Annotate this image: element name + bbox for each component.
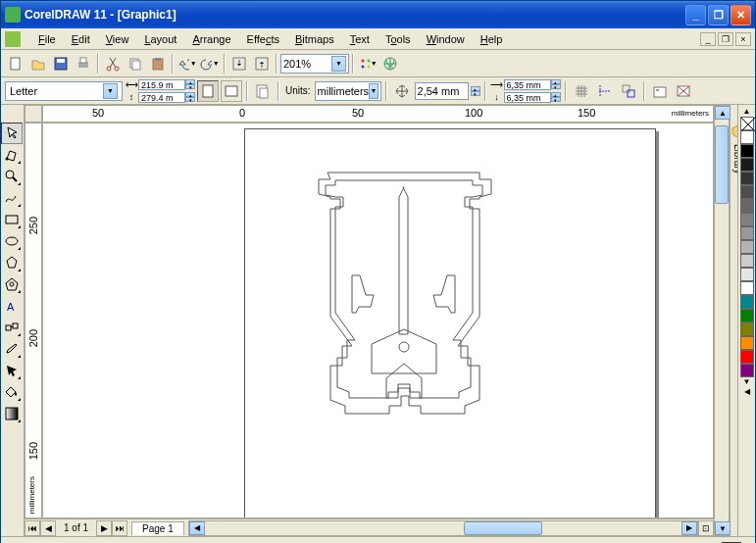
prev-page-button[interactable]: ◀	[40, 520, 56, 536]
color-swatch[interactable]	[740, 268, 754, 281]
page-width-input[interactable]: 215.9 m	[138, 79, 185, 90]
color-swatch[interactable]	[740, 226, 754, 240]
page-height-input[interactable]: 279.4 m	[138, 92, 185, 103]
navigator-button[interactable]: ⊡	[698, 520, 714, 536]
corel-online-button[interactable]	[379, 53, 401, 74]
fill-tool[interactable]	[1, 381, 23, 403]
snap-to-grid-button[interactable]	[571, 80, 592, 102]
v-scroll-thumb[interactable]	[715, 125, 729, 204]
menu-window[interactable]: Window	[419, 31, 473, 47]
interactive-fill-tool[interactable]	[1, 403, 23, 424]
corel-icon[interactable]	[5, 31, 21, 47]
scroll-right-button[interactable]: ▶	[681, 521, 697, 535]
close-button[interactable]: ✕	[731, 5, 751, 25]
zoom-input[interactable]	[283, 58, 328, 70]
doc-restore-button[interactable]: ❐	[718, 32, 733, 46]
menu-arrange[interactable]: Arrange	[184, 31, 238, 47]
page-tab-1[interactable]: Page 1	[131, 521, 184, 535]
ruler-origin[interactable]	[25, 105, 42, 123]
vertical-ruler[interactable]: 250 200 150 millimeters	[25, 123, 42, 518]
color-swatch[interactable]	[740, 185, 754, 199]
color-swatch[interactable]	[740, 172, 754, 185]
eyedropper-tool[interactable]	[1, 338, 23, 360]
freehand-tool[interactable]	[1, 187, 23, 209]
scroll-up-button[interactable]: ▲	[715, 106, 731, 120]
units-combo[interactable]: millimeters ▼	[315, 81, 381, 101]
drawing-canvas[interactable]	[42, 123, 714, 518]
units-dropdown-arrow[interactable]: ▼	[369, 83, 378, 99]
color-swatch[interactable]	[740, 322, 754, 336]
color-swatch[interactable]	[740, 213, 754, 226]
paper-size-combo[interactable]: Letter ▼	[5, 81, 123, 101]
horizontal-scrollbar[interactable]: ◀ ▶	[188, 520, 698, 536]
width-down[interactable]: ▾	[185, 84, 195, 89]
treat-as-filled-button[interactable]	[673, 80, 694, 102]
print-button[interactable]	[73, 53, 94, 74]
height-down[interactable]: ▾	[185, 97, 195, 102]
copy-button[interactable]	[125, 53, 146, 74]
menu-file[interactable]: File	[30, 31, 64, 47]
outline-tool[interactable]	[1, 360, 23, 381]
first-page-button[interactable]: ⏮	[25, 520, 40, 536]
paste-button[interactable]	[147, 53, 169, 74]
portrait-button[interactable]	[197, 80, 219, 102]
rectangle-tool[interactable]	[1, 209, 23, 230]
shape-tool[interactable]	[1, 144, 23, 166]
color-swatch[interactable]	[740, 309, 754, 322]
menu-bitmaps[interactable]: Bitmaps	[287, 31, 342, 47]
color-swatch[interactable]	[740, 336, 754, 350]
palette-down-arrow[interactable]: ▼	[740, 377, 754, 387]
open-button[interactable]	[27, 53, 49, 74]
zoom-dropdown-arrow[interactable]: ▼	[331, 56, 346, 72]
doc-close-button[interactable]: ×	[735, 32, 751, 46]
nudge-input[interactable]: 2,54 mm	[415, 82, 469, 100]
scroll-left-button[interactable]: ◀	[189, 521, 205, 535]
color-swatch[interactable]	[740, 240, 754, 254]
color-swatch[interactable]	[740, 350, 754, 364]
menu-layout[interactable]: Layout	[136, 31, 184, 47]
drawing-units-button[interactable]	[252, 80, 274, 102]
color-swatch[interactable]	[740, 144, 754, 158]
menu-view[interactable]: View	[98, 31, 137, 47]
menu-edit[interactable]: Edit	[64, 31, 98, 47]
color-swatch[interactable]	[740, 130, 754, 144]
options-button[interactable]	[649, 80, 671, 102]
color-swatch[interactable]	[740, 295, 754, 309]
scroll-down-button[interactable]: ▼	[715, 521, 731, 535]
dup-y-input[interactable]: 6,35 mm	[504, 92, 551, 103]
cut-button[interactable]	[102, 53, 124, 74]
titlebar[interactable]: CorelDRAW 11 - [Graphic1] _ ❐ ✕	[1, 1, 755, 28]
palette-flyout-arrow[interactable]: ◀	[740, 387, 754, 397]
app-launcher-button[interactable]: ▼	[357, 53, 378, 74]
basic-shapes-tool[interactable]	[1, 273, 23, 295]
vertical-scrollbar[interactable]: ▲ ▼	[714, 105, 730, 536]
horizontal-ruler[interactable]: 50 0 50 100 150 millimeters	[42, 105, 714, 123]
menu-help[interactable]: Help	[473, 31, 511, 47]
zoom-tool[interactable]	[1, 166, 23, 187]
menu-text[interactable]: Text	[342, 31, 378, 47]
zoom-combo[interactable]: ▼	[280, 54, 349, 74]
color-swatch[interactable]	[740, 364, 754, 377]
undo-button[interactable]: ▼	[176, 53, 198, 74]
interactive-blend-tool[interactable]	[1, 317, 23, 338]
paper-dropdown-arrow[interactable]: ▼	[103, 83, 118, 99]
last-page-button[interactable]: ⏭	[112, 520, 127, 536]
doc-minimize-button[interactable]: _	[700, 32, 716, 46]
drawing-object[interactable]	[293, 163, 519, 437]
menu-tools[interactable]: Tools	[378, 31, 419, 47]
next-page-button[interactable]: ▶	[96, 520, 112, 536]
new-button[interactable]	[5, 53, 26, 74]
polygon-tool[interactable]	[1, 252, 23, 273]
landscape-button[interactable]	[221, 80, 242, 102]
redo-button[interactable]: ▼	[199, 53, 221, 74]
import-button[interactable]	[228, 53, 250, 74]
nudge-down[interactable]: ▾	[471, 91, 480, 96]
dup-x-input[interactable]: 6,35 mm	[504, 79, 551, 90]
pick-tool[interactable]	[1, 123, 23, 144]
maximize-button[interactable]: ❐	[708, 5, 729, 25]
color-swatch[interactable]	[740, 254, 754, 268]
color-swatch[interactable]	[740, 199, 754, 213]
h-scroll-thumb[interactable]	[464, 521, 542, 535]
palette-up-arrow[interactable]: ▲	[740, 107, 754, 117]
menu-effects[interactable]: Effects	[239, 31, 287, 47]
